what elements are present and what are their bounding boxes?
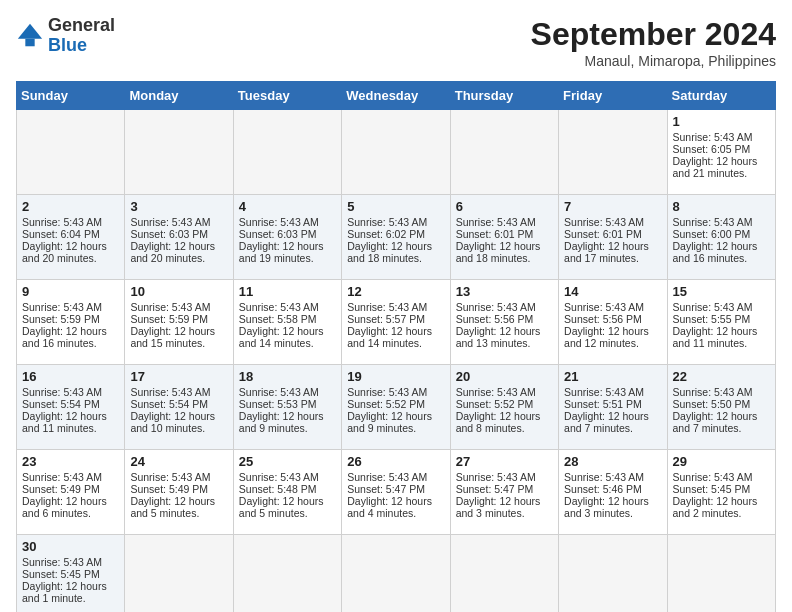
calendar-cell xyxy=(233,535,341,613)
calendar-cell: 5Sunrise: 5:43 AMSunset: 6:02 PMDaylight… xyxy=(342,195,450,280)
calendar-cell: 22Sunrise: 5:43 AMSunset: 5:50 PMDayligh… xyxy=(667,365,775,450)
calendar-row: 23Sunrise: 5:43 AMSunset: 5:49 PMDayligh… xyxy=(17,450,776,535)
day-number: 2 xyxy=(22,199,119,214)
calendar-row: 1Sunrise: 5:43 AMSunset: 6:05 PMDaylight… xyxy=(17,110,776,195)
calendar-cell xyxy=(342,535,450,613)
sunrise-text: Sunrise: 5:43 AM xyxy=(22,216,119,228)
day-number: 16 xyxy=(22,369,119,384)
sunrise-text: Sunrise: 5:43 AM xyxy=(456,216,553,228)
calendar-cell: 13Sunrise: 5:43 AMSunset: 5:56 PMDayligh… xyxy=(450,280,558,365)
calendar-cell: 16Sunrise: 5:43 AMSunset: 5:54 PMDayligh… xyxy=(17,365,125,450)
day-number: 8 xyxy=(673,199,770,214)
calendar-cell xyxy=(450,535,558,613)
daylight-text: Daylight: 12 hours and 20 minutes. xyxy=(130,240,227,264)
day-number: 6 xyxy=(456,199,553,214)
sunrise-text: Sunrise: 5:43 AM xyxy=(239,471,336,483)
sunrise-text: Sunrise: 5:43 AM xyxy=(130,386,227,398)
calendar-row: 2Sunrise: 5:43 AMSunset: 6:04 PMDaylight… xyxy=(17,195,776,280)
sunrise-text: Sunrise: 5:43 AM xyxy=(239,301,336,313)
calendar-cell: 9Sunrise: 5:43 AMSunset: 5:59 PMDaylight… xyxy=(17,280,125,365)
daylight-text: Daylight: 12 hours and 14 minutes. xyxy=(347,325,444,349)
daylight-text: Daylight: 12 hours and 14 minutes. xyxy=(239,325,336,349)
sunrise-text: Sunrise: 5:43 AM xyxy=(673,301,770,313)
sunrise-text: Sunrise: 5:43 AM xyxy=(673,386,770,398)
sunset-text: Sunset: 5:53 PM xyxy=(239,398,336,410)
sunrise-text: Sunrise: 5:43 AM xyxy=(347,386,444,398)
sunrise-text: Sunrise: 5:43 AM xyxy=(673,471,770,483)
daylight-text: Daylight: 12 hours and 11 minutes. xyxy=(673,325,770,349)
col-saturday: Saturday xyxy=(667,82,775,110)
sunrise-text: Sunrise: 5:43 AM xyxy=(456,386,553,398)
sunrise-text: Sunrise: 5:43 AM xyxy=(22,386,119,398)
calendar-row: 30Sunrise: 5:43 AMSunset: 5:45 PMDayligh… xyxy=(17,535,776,613)
sunset-text: Sunset: 5:52 PM xyxy=(347,398,444,410)
daylight-text: Daylight: 12 hours and 7 minutes. xyxy=(673,410,770,434)
daylight-text: Daylight: 12 hours and 18 minutes. xyxy=(347,240,444,264)
day-number: 22 xyxy=(673,369,770,384)
day-number: 7 xyxy=(564,199,661,214)
daylight-text: Daylight: 12 hours and 9 minutes. xyxy=(347,410,444,434)
col-friday: Friday xyxy=(559,82,667,110)
calendar-cell: 12Sunrise: 5:43 AMSunset: 5:57 PMDayligh… xyxy=(342,280,450,365)
sunset-text: Sunset: 5:51 PM xyxy=(564,398,661,410)
calendar-cell: 29Sunrise: 5:43 AMSunset: 5:45 PMDayligh… xyxy=(667,450,775,535)
sunset-text: Sunset: 6:02 PM xyxy=(347,228,444,240)
day-number: 13 xyxy=(456,284,553,299)
calendar-cell: 26Sunrise: 5:43 AMSunset: 5:47 PMDayligh… xyxy=(342,450,450,535)
sunset-text: Sunset: 5:56 PM xyxy=(456,313,553,325)
daylight-text: Daylight: 12 hours and 13 minutes. xyxy=(456,325,553,349)
daylight-text: Daylight: 12 hours and 8 minutes. xyxy=(456,410,553,434)
sunset-text: Sunset: 5:46 PM xyxy=(564,483,661,495)
svg-marker-0 xyxy=(18,24,42,39)
sunset-text: Sunset: 6:01 PM xyxy=(564,228,661,240)
svg-rect-1 xyxy=(25,39,34,46)
col-wednesday: Wednesday xyxy=(342,82,450,110)
day-number: 4 xyxy=(239,199,336,214)
daylight-text: Daylight: 12 hours and 4 minutes. xyxy=(347,495,444,519)
calendar-row: 16Sunrise: 5:43 AMSunset: 5:54 PMDayligh… xyxy=(17,365,776,450)
daylight-text: Daylight: 12 hours and 6 minutes. xyxy=(22,495,119,519)
calendar-cell: 19Sunrise: 5:43 AMSunset: 5:52 PMDayligh… xyxy=(342,365,450,450)
logo: General Blue xyxy=(16,16,115,56)
calendar-row: 9Sunrise: 5:43 AMSunset: 5:59 PMDaylight… xyxy=(17,280,776,365)
sunrise-text: Sunrise: 5:43 AM xyxy=(673,216,770,228)
daylight-text: Daylight: 12 hours and 2 minutes. xyxy=(673,495,770,519)
calendar-cell: 2Sunrise: 5:43 AMSunset: 6:04 PMDaylight… xyxy=(17,195,125,280)
daylight-text: Daylight: 12 hours and 18 minutes. xyxy=(456,240,553,264)
sunset-text: Sunset: 5:55 PM xyxy=(673,313,770,325)
sunset-text: Sunset: 5:45 PM xyxy=(22,568,119,580)
daylight-text: Daylight: 12 hours and 16 minutes. xyxy=(22,325,119,349)
sunrise-text: Sunrise: 5:43 AM xyxy=(22,301,119,313)
calendar-cell: 8Sunrise: 5:43 AMSunset: 6:00 PMDaylight… xyxy=(667,195,775,280)
sunrise-text: Sunrise: 5:43 AM xyxy=(456,471,553,483)
calendar-cell xyxy=(342,110,450,195)
calendar-cell: 30Sunrise: 5:43 AMSunset: 5:45 PMDayligh… xyxy=(17,535,125,613)
day-number: 27 xyxy=(456,454,553,469)
day-number: 12 xyxy=(347,284,444,299)
title-block: September 2024 Manaul, Mimaropa, Philipp… xyxy=(531,16,776,69)
daylight-text: Daylight: 12 hours and 7 minutes. xyxy=(564,410,661,434)
sunrise-text: Sunrise: 5:43 AM xyxy=(564,471,661,483)
sunset-text: Sunset: 5:50 PM xyxy=(673,398,770,410)
day-number: 9 xyxy=(22,284,119,299)
sunset-text: Sunset: 5:52 PM xyxy=(456,398,553,410)
day-number: 20 xyxy=(456,369,553,384)
sunset-text: Sunset: 5:54 PM xyxy=(130,398,227,410)
sunrise-text: Sunrise: 5:43 AM xyxy=(347,471,444,483)
day-number: 30 xyxy=(22,539,119,554)
day-number: 5 xyxy=(347,199,444,214)
daylight-text: Daylight: 12 hours and 1 minute. xyxy=(22,580,119,604)
sunset-text: Sunset: 5:49 PM xyxy=(22,483,119,495)
day-number: 25 xyxy=(239,454,336,469)
daylight-text: Daylight: 12 hours and 19 minutes. xyxy=(239,240,336,264)
calendar-cell: 10Sunrise: 5:43 AMSunset: 5:59 PMDayligh… xyxy=(125,280,233,365)
calendar-cell: 11Sunrise: 5:43 AMSunset: 5:58 PMDayligh… xyxy=(233,280,341,365)
day-number: 23 xyxy=(22,454,119,469)
day-number: 1 xyxy=(673,114,770,129)
calendar-cell: 18Sunrise: 5:43 AMSunset: 5:53 PMDayligh… xyxy=(233,365,341,450)
sunset-text: Sunset: 6:05 PM xyxy=(673,143,770,155)
daylight-text: Daylight: 12 hours and 15 minutes. xyxy=(130,325,227,349)
sunset-text: Sunset: 6:04 PM xyxy=(22,228,119,240)
calendar-cell xyxy=(125,110,233,195)
day-number: 29 xyxy=(673,454,770,469)
